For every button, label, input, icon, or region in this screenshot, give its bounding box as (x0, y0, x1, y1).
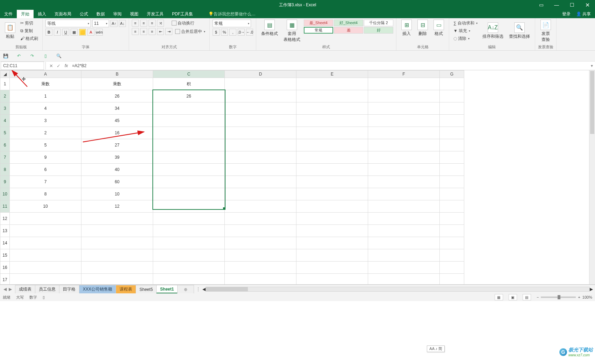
row-header-16[interactable]: 16 (0, 262, 10, 274)
cut-button[interactable]: ✂剪切 (19, 20, 40, 27)
row-header-1[interactable]: 1 (0, 78, 10, 90)
next-sheet-icon[interactable]: ▶ (9, 287, 12, 292)
increase-font-button[interactable]: A↑ (110, 20, 117, 27)
tab-file[interactable]: 文件 (0, 10, 17, 18)
cell-A5[interactable]: 2 (10, 127, 81, 139)
tab-pdf[interactable]: PDF工具集 (168, 10, 197, 18)
row-header-15[interactable]: 15 (0, 249, 10, 262)
tab-layout[interactable]: 页面布局 (50, 10, 76, 18)
row-header-6[interactable]: 6 (0, 139, 10, 151)
comma-button[interactable]: , (229, 29, 236, 36)
decrease-font-button[interactable]: A↓ (119, 20, 126, 27)
cell-C1[interactable]: 积 (153, 78, 225, 90)
maximize-icon[interactable]: ☐ (564, 0, 580, 10)
vertical-scrollbar[interactable] (589, 70, 595, 284)
cell-A11[interactable]: 10 (10, 200, 81, 213)
scroll-left-icon[interactable]: ◀ (202, 287, 206, 292)
cell-A2[interactable]: 1 (10, 90, 81, 102)
bold-button[interactable]: B (45, 29, 52, 36)
save-button[interactable]: 💾 (2, 52, 9, 59)
share-button[interactable]: 👤 共享 (576, 11, 591, 17)
cell-C6[interactable] (153, 139, 225, 151)
print-preview-button[interactable]: 🔍 (55, 52, 62, 59)
percent-button[interactable]: % (221, 29, 228, 36)
tab-insert[interactable]: 插入 (34, 10, 50, 18)
row-header-7[interactable]: 7 (0, 151, 10, 164)
cell-A7[interactable]: 9 (10, 151, 81, 164)
tab-review[interactable]: 审阅 (109, 10, 126, 18)
cell-B11[interactable]: 12 (81, 200, 153, 213)
row-header-9[interactable]: 9 (0, 176, 10, 188)
cell-B9[interactable]: 60 (81, 176, 153, 188)
phonetic-button[interactable]: wén (96, 29, 103, 36)
expand-formula-bar-icon[interactable]: ▾ (589, 63, 595, 68)
sheet-nav[interactable]: ◀▶ (0, 285, 15, 293)
cell-C10[interactable] (153, 188, 225, 200)
sheet-tab[interactable]: 成绩表 (15, 285, 35, 293)
cell-A10[interactable]: 8 (10, 188, 81, 200)
cell-B2[interactable]: 26 (81, 90, 153, 102)
align-top-button[interactable]: ≡ (132, 20, 139, 27)
col-header-E[interactable]: E (296, 71, 368, 78)
align-right-button[interactable]: ≡ (149, 28, 156, 35)
conditional-format-button[interactable]: ▤条件格式 (259, 20, 280, 37)
minimize-icon[interactable]: — (549, 0, 564, 10)
cell-G1[interactable] (440, 78, 464, 90)
normal-view-button[interactable]: ▦ (495, 294, 503, 300)
underline-button[interactable]: U (62, 29, 69, 36)
ribbon-display-icon[interactable]: ▭ (533, 0, 549, 10)
cell-C11[interactable] (153, 200, 225, 213)
cell-B7[interactable]: 39 (81, 151, 153, 164)
decrease-decimal-button[interactable]: ←.0 (246, 29, 253, 36)
format-painter-button[interactable]: 🖌格式刷 (19, 35, 40, 42)
align-left-button[interactable]: ≡ (132, 28, 139, 35)
prev-sheet-icon[interactable]: ◀ (3, 287, 7, 292)
cell-C4[interactable] (153, 115, 225, 127)
row-header-13[interactable]: 13 (0, 225, 10, 237)
sheet-tab[interactable]: Sheet5 (136, 285, 157, 293)
row-header-3[interactable]: 3 (0, 102, 10, 115)
number-format-select[interactable]: 常规▾ (213, 20, 251, 27)
cell-B1[interactable]: 乘数 (81, 78, 153, 90)
tab-data[interactable]: 数据 (92, 10, 109, 18)
sheet-tab[interactable]: 田字格 (59, 285, 79, 293)
style-normal[interactable]: 常规 (304, 27, 333, 34)
fx-icon[interactable]: fx (63, 63, 70, 68)
cell-A3[interactable]: 4 (10, 102, 81, 115)
sheet-tab[interactable]: 课程表 (116, 285, 136, 293)
cell-B10[interactable]: 10 (81, 188, 153, 200)
touch-mode-button[interactable]: ▯ (42, 52, 49, 59)
border-button[interactable]: ▦ (71, 29, 78, 36)
cell-A6[interactable]: 5 (10, 139, 81, 151)
login-link[interactable]: 登录 (562, 11, 571, 17)
paste-button[interactable]: 📋 粘贴 (3, 22, 17, 40)
zoom-level[interactable]: 100% (582, 295, 592, 299)
select-all-corner[interactable]: ◢ (0, 71, 10, 78)
page-layout-view-button[interactable]: ▣ (509, 294, 517, 300)
col-header-D[interactable]: D (225, 71, 296, 78)
zoom-control[interactable]: − + 100% (537, 295, 592, 299)
cell-C7[interactable] (153, 151, 225, 164)
increase-indent-button[interactable]: ⇥ (165, 28, 172, 35)
wrap-text-button[interactable]: 自动换行 (170, 20, 196, 27)
tab-home[interactable]: 开始 (17, 10, 34, 18)
cell-D1[interactable] (225, 78, 296, 90)
sheet-tab[interactable]: 员工信息 (35, 285, 59, 293)
cell-B6[interactable]: 27 (81, 139, 153, 151)
col-header-A[interactable]: A (10, 71, 81, 78)
style-thousands[interactable]: 千位分隔 2 (364, 20, 393, 26)
row-header-12[interactable]: 12 (0, 213, 10, 225)
row-header-2[interactable]: 2 (0, 90, 10, 102)
row-header-10[interactable]: 10 (0, 188, 10, 200)
row-header-4[interactable]: 4 (0, 115, 10, 127)
row-header-14[interactable]: 14 (0, 237, 10, 249)
horizontal-scrollbar[interactable]: ⋮ ◀ ▶ (194, 285, 595, 293)
orientation-button[interactable]: ⤮ (157, 20, 164, 27)
col-header-C[interactable]: C (153, 71, 225, 78)
invoice-check-button[interactable]: 📄发票 查验 (538, 20, 553, 43)
zoom-in-icon[interactable]: + (578, 295, 580, 299)
cell-B4[interactable]: 45 (81, 115, 153, 127)
fill-color-button[interactable]: 🟨 (79, 29, 86, 36)
undo-button[interactable]: ↶ (15, 52, 22, 59)
cell-styles-gallery[interactable]: 差_Sheet4 好_Sheet4 千位分隔 2 常规 差 好 (304, 20, 393, 34)
